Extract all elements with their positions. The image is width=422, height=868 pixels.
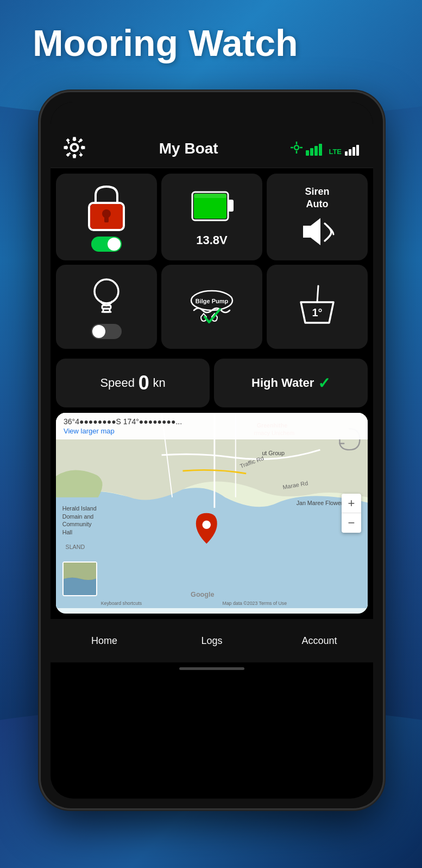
speed-label: Speed [100,376,135,390]
home-indicator [51,662,373,674]
bilge-pump-cell[interactable]: Bilge Pump [161,265,262,349]
svg-rect-18 [104,216,109,222]
svg-rect-7 [306,150,309,156]
light-toggle[interactable] [91,324,122,339]
light-cell[interactable] [56,265,157,349]
high-water-cell[interactable]: High Water ✓ [214,359,368,407]
svg-point-47 [202,520,211,529]
svg-text:Domain and: Domain and [62,513,94,520]
lock-cell[interactable] [56,174,157,260]
svg-rect-20 [228,200,234,212]
svg-text:Keyboard shortcuts: Keyboard shortcuts [101,601,142,606]
phone-screen: My Boat LTE [51,102,373,799]
svg-text:SLAND: SLAND [66,544,85,550]
svg-text:1°: 1° [312,307,322,318]
siren-label: SirenAuto [305,186,329,211]
svg-point-1 [71,144,78,151]
svg-text:ut Group: ut Group [262,450,285,456]
map-coordinates: 36°4●●●●●●●●S 174°●●●●●●●●... [64,417,360,426]
svg-text:Map data ©2023   Terms of Use: Map data ©2023 Terms of Use [222,601,287,606]
high-water-check: ✓ [318,374,330,392]
svg-rect-14 [356,145,359,156]
nav-home[interactable]: Home [51,619,158,662]
angle-cell[interactable]: 1° [267,265,368,349]
svg-rect-8 [310,148,313,156]
svg-text:Google: Google [191,591,214,598]
zoom-in-button[interactable]: + [342,494,361,513]
battery-voltage: 13.8V [196,233,228,247]
map-zoom-controls: + − [342,494,361,533]
svg-text:Herald Island: Herald Island [62,505,97,512]
zoom-out-button[interactable]: − [342,513,361,533]
svg-rect-12 [349,149,351,156]
bottom-navigation: Home Logs Account [51,619,373,662]
speed-cell[interactable]: Speed 0 kn [56,359,210,407]
svg-rect-22 [194,194,226,198]
boat-name: My Boat [159,140,218,157]
status-bar [51,102,373,129]
lte-label: LTE [329,148,342,156]
lock-toggle[interactable] [91,237,122,252]
speed-value: 0 [138,372,149,394]
svg-line-29 [317,286,318,302]
battery-cell[interactable]: 13.8V [161,174,262,260]
svg-point-23 [95,279,118,303]
bottom-row: Speed 0 kn High Water ✓ [51,359,373,413]
svg-rect-11 [345,151,348,156]
nav-account[interactable]: Account [266,619,373,662]
map-thumbnail[interactable] [62,561,97,596]
map-info-bar: 36°4●●●●●●●●S 174°●●●●●●●●... View large… [56,413,368,439]
view-larger-map-link[interactable]: View larger map [64,427,360,435]
nav-logs[interactable]: Logs [158,619,266,662]
map-container[interactable]: 36°4●●●●●●●●S 174°●●●●●●●●... View large… [56,413,368,614]
main-grid: 13.8V SirenAuto [51,168,373,359]
high-water-label: High Water [251,376,314,390]
home-indicator-bar [179,667,244,670]
speed-unit: kn [153,376,165,390]
app-title: Mooring Watch [33,22,298,64]
settings-button[interactable] [62,136,86,162]
svg-text:Hall: Hall [62,529,72,535]
svg-point-2 [294,145,299,150]
signal-area: LTE [291,142,361,156]
svg-rect-9 [314,146,318,156]
header: My Boat LTE [51,129,373,168]
svg-text:Community: Community [62,521,92,527]
siren-cell[interactable]: SirenAuto [267,174,368,260]
phone-frame: My Boat LTE [41,92,383,808]
svg-rect-10 [319,144,322,156]
svg-text:Bilge Pump: Bilge Pump [196,298,229,304]
svg-rect-13 [352,147,355,156]
svg-text:Jan Maree Flower: Jan Maree Flower [297,500,343,506]
